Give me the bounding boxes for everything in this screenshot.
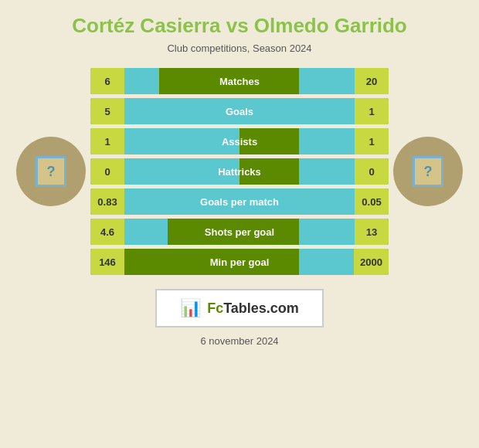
- stat-row: 6Matches20: [90, 68, 389, 94]
- logo-icon: 📊: [180, 298, 201, 318]
- right-player-image: ?: [413, 156, 443, 187]
- stat-label: Assists: [222, 136, 257, 148]
- stat-left-value: 0.83: [90, 188, 124, 215]
- stat-row: 0.83Goals per match0.05: [90, 188, 389, 215]
- footer-date: 6 november 2024: [200, 335, 278, 347]
- stat-label: Matches: [219, 76, 260, 87]
- stat-row: 4.6Shots per goal13: [90, 219, 389, 245]
- page-subtitle: Club competitions, Season 2024: [167, 42, 311, 54]
- comparison-section: ? 6Matches205Goals11Assists10Hattricks00…: [12, 68, 467, 275]
- stat-right-value: 13: [355, 219, 389, 245]
- stat-label: Hattricks: [218, 166, 261, 178]
- stat-right-value: 2000: [354, 249, 389, 275]
- stat-left-value: 4.6: [90, 219, 124, 245]
- stat-label: Goals per match: [200, 196, 279, 208]
- stat-row: 146Min per goal2000: [90, 249, 389, 275]
- stat-right-value: 1: [355, 128, 389, 154]
- stat-label: Goals: [226, 106, 253, 117]
- left-player-image: ?: [36, 156, 66, 187]
- stat-row: 5Goals1: [90, 98, 389, 124]
- footer-logo: 📊 FcTables.com: [155, 289, 324, 328]
- stat-left-value: 0: [90, 158, 124, 185]
- stats-container: 6Matches205Goals11Assists10Hattricks00.8…: [90, 68, 389, 275]
- stat-left-value: 146: [90, 249, 124, 275]
- page-title: Cortéz Casierra vs Olmedo Garrido: [72, 14, 406, 38]
- stat-right-value: 1: [355, 98, 389, 124]
- stat-right-value: 20: [355, 68, 389, 94]
- stat-left-value: 6: [90, 68, 124, 94]
- stat-left-value: 5: [90, 98, 124, 124]
- left-player-avatar: ?: [16, 137, 86, 206]
- stat-right-value: 0: [355, 158, 389, 185]
- right-player-avatar: ?: [393, 137, 463, 206]
- stat-left-value: 1: [90, 128, 124, 154]
- stat-label: Shots per goal: [205, 226, 274, 238]
- logo-text: FcTables.com: [207, 300, 299, 317]
- stat-right-value: 0.05: [355, 188, 389, 215]
- page-wrapper: Cortéz Casierra vs Olmedo Garrido Club c…: [0, 0, 479, 448]
- stat-row: 0Hattricks0: [90, 158, 389, 185]
- stat-label: Min per goal: [210, 256, 270, 268]
- stat-row: 1Assists1: [90, 128, 389, 154]
